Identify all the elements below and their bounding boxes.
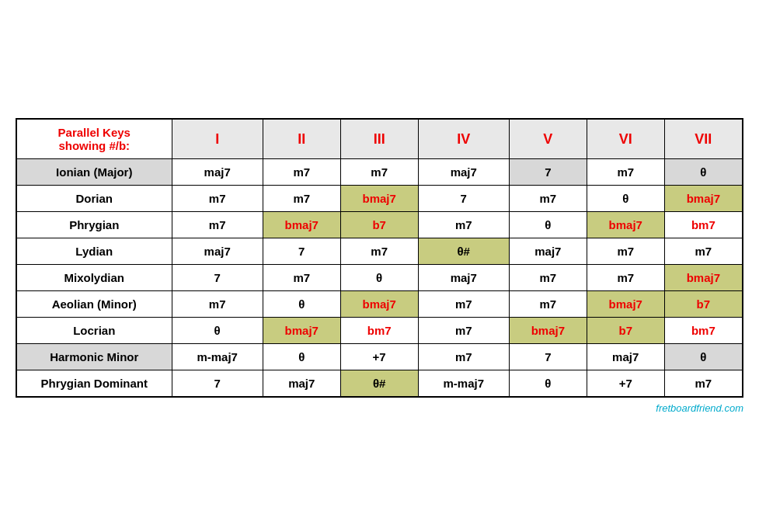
- table-cell: m7: [263, 186, 340, 212]
- table-cell: b7: [587, 318, 664, 344]
- row-label: Phrygian Dominant: [16, 370, 172, 398]
- table-cell: θ: [509, 212, 587, 238]
- table-cell: m7: [340, 238, 418, 265]
- table-cell: maj7: [587, 344, 664, 370]
- col-header-II: II: [263, 119, 340, 159]
- table-cell: bmaj7: [509, 318, 587, 344]
- table-cell: +7: [587, 370, 664, 398]
- table-cell: maj7: [172, 159, 263, 186]
- table-header-label: Parallel Keysshowing #/b:: [16, 119, 172, 159]
- table-cell: bmaj7: [263, 212, 340, 238]
- col-header-VII: VII: [664, 119, 743, 159]
- table-cell: θ: [664, 344, 743, 370]
- table-cell: m7: [587, 159, 664, 186]
- table-cell: m7: [418, 344, 509, 370]
- table-cell: maj7: [509, 238, 587, 265]
- footer-link: fretboardfriend.com: [16, 402, 743, 414]
- table-cell: m7: [172, 291, 263, 318]
- table-cell: m7: [664, 370, 743, 398]
- col-header-IV: IV: [418, 119, 509, 159]
- parallel-keys-table: Parallel Keysshowing #/b: I II III IV V …: [16, 118, 743, 398]
- col-header-I: I: [172, 119, 263, 159]
- table-cell: maj7: [418, 265, 509, 291]
- table-cell: m7: [172, 186, 263, 212]
- col-header-VI: VI: [587, 119, 664, 159]
- table-cell: m7: [263, 159, 340, 186]
- table-cell: m7: [509, 265, 587, 291]
- table-cell: θ: [263, 344, 340, 370]
- table-cell: bmaj7: [664, 186, 743, 212]
- row-label: Locrian: [16, 318, 172, 344]
- table-cell: m7: [509, 291, 587, 318]
- table-cell: 7: [509, 344, 587, 370]
- table-cell: 7: [172, 370, 263, 398]
- table-cell: θ#: [340, 370, 418, 398]
- table-cell: θ: [172, 318, 263, 344]
- main-container: Parallel Keysshowing #/b: I II III IV V …: [16, 118, 743, 414]
- table-cell: 7: [509, 159, 587, 186]
- table-cell: m-maj7: [172, 344, 263, 370]
- table-cell: θ: [263, 291, 340, 318]
- table-cell: b7: [340, 212, 418, 238]
- table-cell: bmaj7: [340, 186, 418, 212]
- table-cell: m7: [509, 186, 587, 212]
- table-cell: bmaj7: [587, 212, 664, 238]
- table-cell: bm7: [340, 318, 418, 344]
- table-cell: θ: [587, 186, 664, 212]
- table-cell: maj7: [263, 370, 340, 398]
- row-label: Ionian (Major): [16, 159, 172, 186]
- row-label: Aeolian (Minor): [16, 291, 172, 318]
- table-cell: bmaj7: [340, 291, 418, 318]
- table-cell: m7: [172, 212, 263, 238]
- table-cell: m7: [418, 212, 509, 238]
- col-header-III: III: [340, 119, 418, 159]
- table-cell: bm7: [664, 318, 743, 344]
- table-cell: +7: [340, 344, 418, 370]
- table-cell: m7: [418, 291, 509, 318]
- table-cell: bmaj7: [664, 265, 743, 291]
- row-label: Mixolydian: [16, 265, 172, 291]
- table-cell: m7: [587, 238, 664, 265]
- table-cell: 7: [418, 186, 509, 212]
- table-cell: m7: [664, 238, 743, 265]
- table-cell: bmaj7: [263, 318, 340, 344]
- row-label: Phrygian: [16, 212, 172, 238]
- row-label: Harmonic Minor: [16, 344, 172, 370]
- table-cell: 7: [172, 265, 263, 291]
- row-label: Dorian: [16, 186, 172, 212]
- table-cell: θ: [664, 159, 743, 186]
- table-cell: 7: [263, 238, 340, 265]
- table-cell: m7: [263, 265, 340, 291]
- row-label: Lydian: [16, 238, 172, 265]
- table-cell: m7: [340, 159, 418, 186]
- table-cell: θ: [509, 370, 587, 398]
- table-cell: m7: [418, 318, 509, 344]
- table-cell: b7: [664, 291, 743, 318]
- table-cell: m-maj7: [418, 370, 509, 398]
- table-cell: m7: [587, 265, 664, 291]
- table-cell: bm7: [664, 212, 743, 238]
- table-cell: maj7: [172, 238, 263, 265]
- table-cell: maj7: [418, 159, 509, 186]
- table-cell: θ#: [418, 238, 509, 265]
- col-header-V: V: [509, 119, 587, 159]
- table-cell: bmaj7: [587, 291, 664, 318]
- table-cell: θ: [340, 265, 418, 291]
